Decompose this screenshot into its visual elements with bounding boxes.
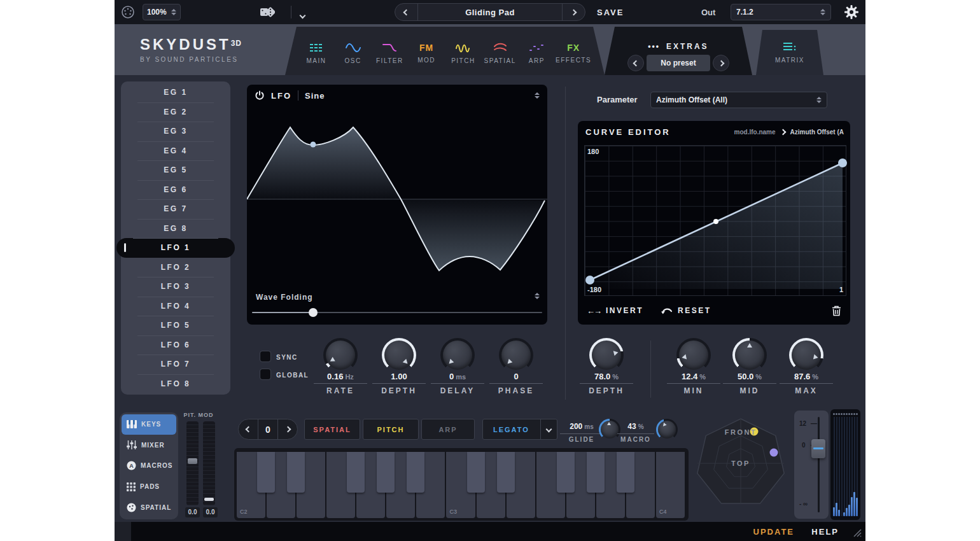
pitch-mode-button[interactable]: PITCH (363, 419, 419, 440)
sidebar-item-eg-3[interactable]: EG 3 (121, 122, 230, 141)
delay-knob[interactable] (440, 338, 475, 372)
black-key[interactable] (617, 452, 634, 493)
fader-track[interactable] (818, 417, 820, 512)
midi-din-icon[interactable] (121, 5, 135, 19)
spatial-source-purple[interactable] (770, 449, 778, 457)
tab-arp[interactable]: ARP (519, 27, 556, 75)
extras-prev-button[interactable] (627, 55, 644, 71)
sync-checkbox[interactable] (260, 351, 270, 362)
sidebar-item-eg-5[interactable]: EG 5 (121, 160, 230, 180)
sidebar-item-eg-6[interactable]: EG 6 (121, 180, 230, 200)
tab-mod[interactable]: FM MOD (408, 27, 445, 75)
curve-line[interactable] (585, 146, 847, 297)
black-key[interactable] (257, 452, 275, 493)
nav-item-spatial[interactable]: SPATIAL (122, 497, 176, 517)
sidebar-item-lfo-4[interactable]: LFO 4 (121, 297, 230, 316)
sidebar-item-lfo-1[interactable]: LFO 1 (116, 238, 235, 258)
sidebar-item-lfo-7[interactable]: LFO 7 (121, 355, 230, 374)
parameter-select[interactable]: Azimuth Offset (All) (650, 92, 827, 108)
mod-wheel-handle[interactable] (204, 498, 214, 501)
octave-down-button[interactable] (239, 419, 258, 439)
nav-item-mixer[interactable]: MIXER (122, 435, 176, 456)
save-button[interactable]: SAVE (597, 8, 624, 17)
sidebar-item-lfo-3[interactable]: LFO 3 (121, 277, 230, 297)
curve-point-start[interactable] (585, 276, 594, 285)
max-value[interactable]: 87.6% (778, 372, 835, 381)
zoom-stepper-icon[interactable] (171, 9, 176, 15)
lfo-waveform-select[interactable]: Sine (305, 91, 325, 101)
max-knob[interactable] (789, 338, 823, 372)
preset-prev-button[interactable] (395, 4, 418, 20)
rate-value[interactable]: 0.16Hz (312, 372, 369, 381)
macro-knob[interactable] (656, 419, 678, 440)
depth-value[interactable]: 1.00 (370, 372, 428, 381)
sidebar-item-eg-4[interactable]: EG 4 (121, 141, 230, 161)
dice-icon[interactable] (260, 5, 275, 19)
pitch-wheel[interactable] (186, 421, 199, 505)
black-key[interactable] (587, 452, 605, 493)
phase-knob[interactable] (499, 338, 533, 372)
waveform-stepper-icon[interactable] (535, 92, 540, 99)
sidebar-item-lfo-2[interactable]: LFO 2 (121, 258, 230, 278)
fader-handle[interactable] (811, 439, 825, 458)
nav-item-macros[interactable]: A MACROS (122, 456, 176, 476)
rate-knob[interactable] (323, 338, 358, 372)
arp-mode-button[interactable]: ARP (421, 419, 475, 440)
extras-next-button[interactable] (713, 55, 729, 71)
tab-extras[interactable]: •••EXTRAS No preset (605, 27, 752, 75)
sidebar-item-eg-2[interactable]: EG 2 (121, 102, 230, 122)
parameter-stepper-icon[interactable] (816, 97, 822, 103)
wave-folding-stepper-icon[interactable] (535, 293, 540, 299)
min-value[interactable]: 12.4% (665, 372, 722, 381)
invert-button[interactable]: ←→INVERT (587, 306, 643, 316)
black-key[interactable] (347, 452, 365, 493)
legato-chevron-icon[interactable] (540, 419, 557, 439)
macro-control[interactable]: 43% MACRO (617, 420, 654, 443)
sidebar-item-eg-1[interactable]: EG 1 (121, 83, 230, 102)
lfo-waveform-display[interactable] (247, 106, 547, 295)
tab-effects[interactable]: FX EFFECTS (555, 27, 592, 75)
octave-up-button[interactable] (278, 419, 297, 439)
tab-pitch[interactable]: PITCH (445, 27, 482, 75)
mod-depth-value[interactable]: 78.0% (578, 372, 635, 381)
reset-button[interactable]: RESET (661, 306, 711, 315)
black-key[interactable] (287, 452, 305, 493)
tab-filter[interactable]: FILTER (372, 27, 409, 75)
sidebar-item-lfo-8[interactable]: LFO 8 (121, 374, 230, 394)
black-key[interactable] (407, 452, 424, 493)
waveform-handle[interactable] (311, 142, 316, 148)
curve-point-end[interactable] (838, 158, 847, 167)
mid-value[interactable]: 50.0% (721, 372, 778, 381)
black-key[interactable] (377, 452, 395, 493)
preset-next-button[interactable] (562, 4, 585, 20)
tab-osc[interactable]: OSC (335, 27, 372, 75)
white-key[interactable]: C4 (656, 452, 685, 518)
power-icon[interactable] (255, 90, 265, 101)
global-checkbox[interactable] (260, 369, 270, 379)
update-button[interactable]: UPDATE (753, 527, 794, 537)
mod-depth-knob[interactable] (589, 338, 624, 372)
output-stepper-icon[interactable] (820, 9, 825, 15)
wave-folding-slider[interactable] (252, 308, 542, 317)
curve-plot[interactable]: 180 -180 1 (584, 145, 846, 296)
tab-matrix[interactable]: MATRIX (756, 30, 823, 75)
mod-wheel[interactable] (203, 421, 215, 505)
output-format-select[interactable]: 7.1.2 (731, 4, 831, 20)
trash-icon[interactable] (832, 306, 841, 316)
sidebar-item-lfo-6[interactable]: LFO 6 (121, 335, 230, 355)
nav-item-keys[interactable]: KEYS (122, 414, 176, 435)
min-knob[interactable] (676, 338, 711, 372)
chevron-down-icon[interactable] (300, 9, 305, 20)
nav-item-pads[interactable]: PADS (122, 477, 176, 497)
legato-select[interactable]: LEGATO (482, 419, 557, 440)
sidebar-item-eg-8[interactable]: EG 8 (121, 219, 230, 239)
help-button[interactable]: HELP (811, 527, 839, 537)
phase-value[interactable]: 0 (487, 372, 545, 381)
gear-icon[interactable] (844, 4, 859, 20)
glide-control[interactable]: 200ms GLIDE (560, 420, 603, 443)
mid-knob[interactable] (732, 338, 767, 372)
black-key[interactable] (557, 452, 575, 493)
sidebar-item-lfo-5[interactable]: LFO 5 (121, 316, 230, 335)
depth-knob[interactable] (382, 338, 416, 372)
spatial-mode-button[interactable]: SPATIAL (304, 419, 360, 440)
